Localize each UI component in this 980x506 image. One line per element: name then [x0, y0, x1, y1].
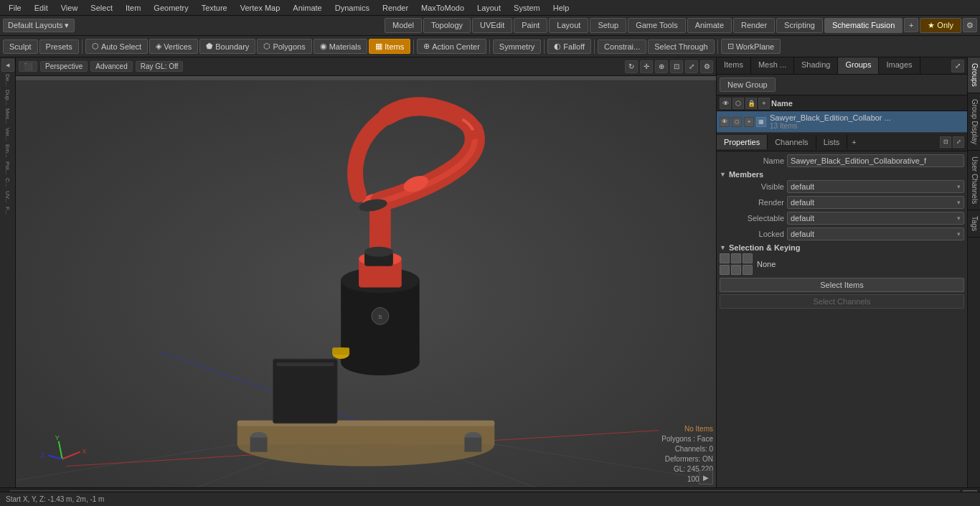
group-item-count: 13 Items: [770, 122, 964, 130]
keying-dot-1[interactable]: [720, 253, 730, 263]
action-center-icon: ⊕: [423, 42, 430, 51]
menu-item[interactable]: Item: [120, 2, 146, 14]
tab-layout[interactable]: Layout: [549, 18, 588, 33]
layout-dropdown[interactable]: Default Layouts ▾: [3, 19, 75, 32]
props-tab-channels[interactable]: Channels: [768, 135, 816, 149]
tab-render[interactable]: Render: [733, 18, 775, 33]
right-tab-items[interactable]: Items: [717, 57, 751, 74]
group-render-header[interactable]: ⬡: [732, 98, 744, 109]
prop-visible-value: default ▾: [787, 180, 964, 193]
prop-visible-select[interactable]: default ▾: [787, 180, 964, 193]
toolbar-separator-3: [489, 39, 490, 54]
keying-dot-4[interactable]: [720, 265, 730, 275]
polygons-icon: ⬡: [263, 42, 270, 51]
menu-layout[interactable]: Layout: [471, 2, 507, 14]
menu-system[interactable]: System: [508, 2, 546, 14]
autoselect-icon: ⬡: [92, 42, 99, 51]
select-through-button[interactable]: Select Through: [648, 39, 714, 54]
right-panel: Items Mesh ... Shading Groups Images ⤢ N…: [716, 57, 967, 487]
menu-file[interactable]: File: [3, 2, 27, 14]
group-add-header[interactable]: +: [758, 98, 770, 109]
polygons-button[interactable]: ⬡ Polygons: [257, 39, 311, 54]
side-tab-groups[interactable]: Groups: [968, 57, 980, 93]
group-item-render[interactable]: ⬡: [732, 117, 742, 127]
materials-button[interactable]: ◉ Materials: [314, 39, 368, 54]
side-tab-groupdisplay[interactable]: Group Display: [968, 93, 980, 151]
layout-settings-button[interactable]: ⚙: [963, 18, 977, 32]
sel-keying-section-header[interactable]: ▼ Selection & Keying: [720, 243, 964, 252]
falloff-button[interactable]: ◐ Falloff: [547, 39, 591, 54]
symmetry-button[interactable]: Symmetry: [493, 39, 542, 54]
keying-dot-6[interactable]: [743, 265, 753, 275]
tab-setup[interactable]: Setup: [590, 18, 626, 33]
materials-label: Materials: [329, 42, 362, 51]
viewport[interactable]: ⬛ Perspective Advanced Ray GL: Off ↻ ✛ ⊕…: [16, 57, 716, 487]
keying-dot-5[interactable]: [731, 265, 741, 275]
select-items-button[interactable]: Select Items: [720, 278, 964, 292]
props-icon-1[interactable]: ⊡: [940, 136, 951, 148]
prop-render-arrow-icon: ▾: [957, 199, 961, 206]
group-eye-header[interactable]: 👁: [720, 98, 731, 109]
menu-select[interactable]: Select: [85, 2, 118, 14]
members-section-header[interactable]: ▼ Members: [720, 170, 964, 179]
select-channels-button[interactable]: Select Channels: [720, 294, 964, 309]
add-layout-tab-button[interactable]: +: [904, 18, 918, 32]
prop-selectable-select[interactable]: default ▾: [787, 212, 964, 225]
side-tab-userchannels[interactable]: User Channels: [968, 151, 980, 210]
menu-animate[interactable]: Animate: [287, 2, 327, 14]
side-tab-tags[interactable]: Tags: [968, 210, 980, 238]
items-button[interactable]: ▦ Items: [369, 39, 410, 54]
group-lock-header[interactable]: 🔒: [745, 98, 757, 109]
menu-geometry[interactable]: Geometry: [148, 2, 194, 14]
menu-maxtomodo[interactable]: MaxToModo: [415, 2, 470, 14]
workplane-button[interactable]: ⊡ WorkPlane: [721, 39, 781, 54]
group-item-lock[interactable]: +: [744, 117, 754, 127]
prop-render-select[interactable]: default ▾: [787, 196, 964, 209]
tab-paint[interactable]: Paint: [514, 18, 547, 33]
menu-help[interactable]: Help: [547, 2, 575, 14]
menu-dynamics[interactable]: Dynamics: [329, 2, 375, 14]
menu-view[interactable]: View: [55, 2, 84, 14]
right-tab-shading[interactable]: Shading: [794, 57, 838, 74]
prop-selectable-text: default: [791, 214, 814, 222]
tab-animate[interactable]: Animate: [687, 18, 732, 33]
presets-button[interactable]: Presets: [39, 39, 79, 54]
toolbar-separator-2: [413, 39, 414, 54]
vertices-button[interactable]: ◈ Vertices: [149, 39, 198, 54]
group-controls: New Group: [717, 75, 967, 95]
constraints-button[interactable]: Constrai...: [598, 39, 646, 54]
right-panel-expand-icon[interactable]: ⤢: [951, 60, 964, 72]
viewport-forward-button[interactable]: ▶: [699, 470, 713, 484]
group-list-item[interactable]: 👁 ⬡ + ▦ Sawyer_Black_Edition_Collabor ..…: [717, 111, 967, 133]
tab-topology[interactable]: Topology: [423, 18, 471, 33]
tab-gametools[interactable]: Game Tools: [628, 18, 686, 33]
action-center-button[interactable]: ⊕ Action Center: [417, 39, 486, 54]
boundary-button[interactable]: ⬟ Boundary: [199, 39, 255, 54]
left-expand-button[interactable]: ◀: [1, 59, 14, 72]
tab-schematicfusion[interactable]: Schematic Fusion: [824, 18, 903, 33]
menu-texture[interactable]: Texture: [196, 2, 233, 14]
tab-model[interactable]: Model: [385, 18, 422, 33]
new-group-button[interactable]: New Group: [720, 78, 776, 92]
menu-vertexmap[interactable]: Vertex Map: [235, 2, 286, 14]
right-tab-mesh[interactable]: Mesh ...: [751, 57, 794, 74]
tab-uvedit[interactable]: UVEdit: [472, 18, 512, 33]
sculpt-button[interactable]: Sculpt: [3, 39, 38, 54]
tab-scripting[interactable]: Scripting: [776, 18, 823, 33]
items-icon: ▦: [375, 42, 382, 51]
menu-edit[interactable]: Edit: [29, 2, 54, 14]
props-tab-lists[interactable]: Lists: [816, 135, 848, 149]
tab-only[interactable]: ★ Only: [920, 18, 961, 33]
right-tab-groups[interactable]: Groups: [838, 57, 879, 74]
right-tab-images[interactable]: Images: [879, 57, 920, 74]
menu-render[interactable]: Render: [377, 2, 414, 14]
prop-locked-select[interactable]: default ▾: [787, 228, 964, 240]
keying-dot-3[interactable]: [743, 253, 753, 263]
keying-dot-2[interactable]: [731, 253, 741, 263]
props-icon-2[interactable]: ⤢: [953, 136, 964, 148]
props-add-tab-button[interactable]: +: [847, 135, 860, 149]
props-tab-properties[interactable]: Properties: [717, 135, 768, 149]
autoselect-button[interactable]: ⬡ Auto Select: [85, 39, 148, 54]
prop-name-input[interactable]: [787, 154, 964, 167]
group-item-eye[interactable]: 👁: [720, 117, 730, 127]
